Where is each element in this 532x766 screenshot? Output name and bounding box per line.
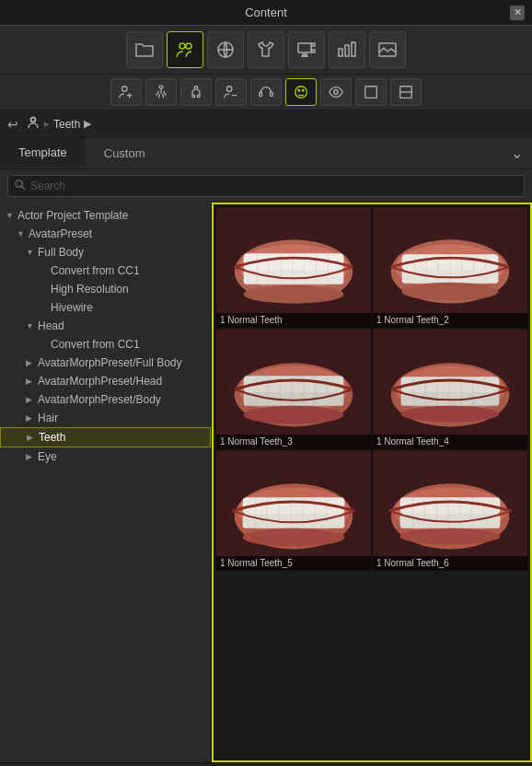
teeth6-label: 1 Normal Teeth_6: [373, 556, 527, 570]
person-minus-button[interactable]: [215, 78, 247, 106]
tree-item-eye[interactable]: Eye: [0, 447, 211, 466]
bottom-bar: ↓ + ⊞: [0, 762, 532, 766]
grid-item-teeth1[interactable]: 1 Normal Teeth: [215, 206, 372, 328]
svg-point-23: [334, 90, 339, 95]
teeth4-label: 1 Normal Teeth_4: [373, 435, 527, 448]
tree-item-head[interactable]: Head: [0, 317, 211, 335]
breadcrumb-separator: ▸: [44, 118, 50, 130]
chart-button[interactable]: [329, 31, 365, 68]
svg-point-0: [179, 43, 185, 49]
search-wrapper: [7, 175, 525, 197]
folder-button[interactable]: [126, 31, 163, 68]
grid-item-teeth2[interactable]: 1 Normal Teeth_2: [372, 206, 528, 328]
svg-point-20: [295, 87, 307, 99]
search-icon: [14, 179, 26, 193]
teeth3-label: 1 Normal Teeth_3: [216, 435, 371, 448]
tree-arrow-morphhead: [26, 377, 35, 386]
tree-arrow-avatar: [17, 229, 26, 238]
svg-point-50: [244, 285, 344, 304]
person-pose-button[interactable]: [145, 78, 177, 106]
tree-panel: Actor Project Template AvatarPreset Full…: [0, 203, 212, 762]
tree-arrow-teeth: [27, 433, 36, 442]
tree-item-high-resolution[interactable]: High Resolution: [0, 280, 211, 298]
svg-rect-3: [298, 43, 311, 52]
tree-item-avatar-morph-body[interactable]: AvatarMorphPreset/Body: [0, 390, 211, 409]
svg-rect-9: [345, 45, 349, 56]
svg-line-30: [21, 186, 25, 190]
tree-item-convert-cc1-head[interactable]: Convert from CC1: [0, 335, 211, 354]
svg-rect-81: [244, 392, 344, 406]
tree-item-avatar-morph-full[interactable]: AvatarMorphPreset/Full Body: [0, 354, 211, 372]
grid-item-teeth3[interactable]: 1 Normal Teeth_3: [215, 328, 372, 449]
teeth2-thumb: [373, 207, 527, 327]
tree-arrow-morphfull: [26, 358, 35, 367]
shirt-button[interactable]: [248, 31, 284, 68]
search-input[interactable]: [30, 180, 518, 192]
tree-item-hair[interactable]: Hair: [0, 409, 211, 427]
tree-arrow-fullbody: [26, 248, 35, 257]
grid-item-teeth6[interactable]: 1 Normal Teeth_6: [372, 449, 528, 571]
monitor-button[interactable]: [288, 31, 325, 68]
svg-rect-7: [312, 50, 315, 52]
breadcrumb-arrow: ▶: [84, 118, 91, 130]
grid-panel: 1 Normal Teeth: [212, 203, 532, 762]
tab-expand-button[interactable]: ⌄: [502, 141, 532, 166]
main-toolbar: [0, 26, 532, 75]
back-button[interactable]: ↩: [7, 117, 18, 132]
svg-point-15: [192, 95, 195, 98]
svg-point-12: [122, 87, 127, 91]
svg-point-17: [227, 87, 232, 91]
teeth1-thumb: [216, 207, 371, 327]
grid-item-teeth4[interactable]: 1 Normal Teeth_4: [372, 328, 528, 449]
title-bar: Content ✕: [0, 0, 532, 26]
tree-item-teeth[interactable]: Teeth: [0, 427, 211, 447]
svg-point-21: [298, 89, 300, 91]
person-add-button[interactable]: [110, 78, 142, 106]
tree-arrow-head: [26, 321, 35, 331]
tree-arrow-actor: [6, 211, 15, 220]
tab-bar: Template Custom ⌄: [0, 138, 532, 169]
tree-item-actor-project[interactable]: Actor Project Template: [0, 206, 211, 225]
tab-template[interactable]: Template: [0, 138, 86, 168]
breadcrumb-teeth: Teeth: [53, 118, 80, 131]
close-button[interactable]: ✕: [510, 6, 525, 20]
svg-point-14: [194, 87, 198, 90]
person-joint-button[interactable]: [180, 78, 212, 106]
svg-rect-10: [352, 42, 355, 56]
box1-button[interactable]: [355, 78, 387, 106]
people-button[interactable]: [167, 31, 203, 68]
teeth3-thumb: [216, 329, 371, 448]
grid-container: 1 Normal Teeth: [214, 204, 530, 573]
tree-item-hivewire[interactable]: Hivewire: [0, 298, 211, 317]
headset-button[interactable]: [250, 78, 282, 106]
eye-button[interactable]: [320, 78, 352, 106]
teeth6-thumb: [373, 450, 527, 570]
breadcrumb: ↩ ▸ Teeth ▶: [0, 110, 532, 138]
search-bar: [0, 169, 532, 203]
face-button[interactable]: [285, 78, 317, 106]
tree-arrow-morphbody: [26, 395, 35, 404]
svg-point-13: [159, 86, 163, 89]
svg-point-69: [402, 283, 499, 301]
grid-item-teeth5[interactable]: 1 Normal Teeth_5: [215, 449, 372, 571]
svg-point-28: [31, 118, 36, 122]
tree-item-avatar-morph-head[interactable]: AvatarMorphPreset/Head: [0, 372, 211, 390]
svg-point-1: [186, 43, 191, 49]
tab-custom[interactable]: Custom: [86, 139, 164, 168]
box2-button[interactable]: [390, 78, 422, 106]
tree-item-full-body[interactable]: Full Body: [0, 243, 211, 261]
teeth5-label: 1 Normal Teeth_5: [216, 556, 371, 570]
svg-point-88: [244, 406, 344, 424]
teeth5-thumb: [216, 450, 371, 570]
svg-point-107: [401, 406, 500, 423]
tree-item-convert-cc1[interactable]: Convert from CC1: [0, 261, 211, 280]
svg-point-126: [243, 528, 345, 547]
ball-button[interactable]: [207, 31, 244, 68]
content-split: Actor Project Template AvatarPreset Full…: [0, 203, 532, 762]
landscape-button[interactable]: [369, 31, 406, 68]
teeth4-thumb: [373, 329, 527, 448]
tree-arrow-eye: [26, 452, 35, 461]
tree-item-avatar-preset[interactable]: AvatarPreset: [0, 225, 211, 243]
breadcrumb-icon: [26, 115, 40, 133]
svg-rect-24: [365, 87, 377, 99]
